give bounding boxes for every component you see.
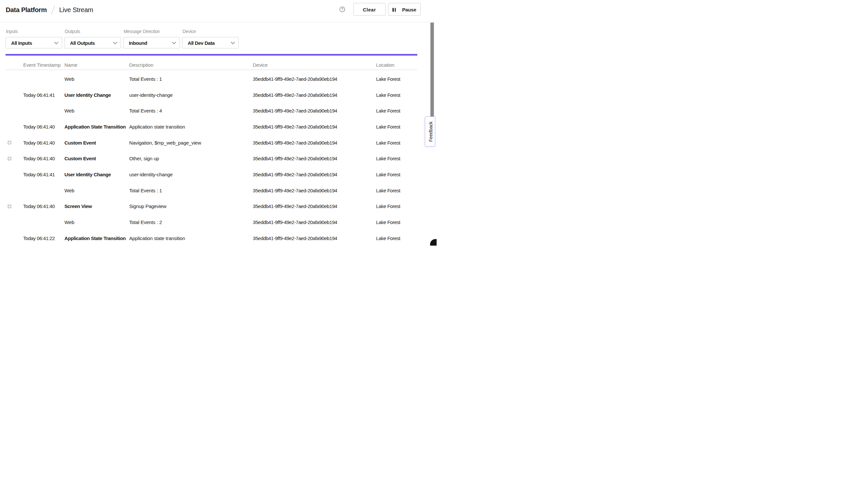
svg-text:?: ?: [341, 7, 343, 11]
